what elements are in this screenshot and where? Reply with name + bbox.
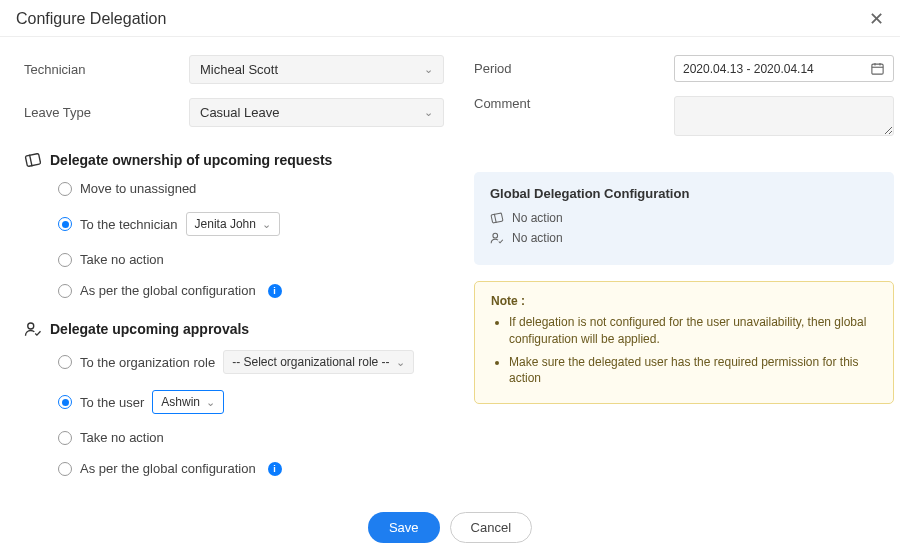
chevron-down-icon: ⌄ bbox=[424, 63, 433, 76]
note-heading: Note : bbox=[491, 294, 525, 308]
comment-input[interactable] bbox=[674, 96, 894, 136]
ownership-opt-no-action[interactable]: Take no action bbox=[58, 252, 444, 267]
technician-value: Micheal Scott bbox=[200, 62, 278, 77]
technician-select[interactable]: Micheal Scott ⌄ bbox=[189, 55, 444, 84]
cancel-button[interactable]: Cancel bbox=[450, 512, 532, 543]
radio-label: Move to unassigned bbox=[80, 181, 196, 196]
ownership-title: Delegate ownership of upcoming requests bbox=[50, 152, 332, 168]
radio-icon bbox=[58, 395, 72, 409]
ownership-technician-value: Jenita John bbox=[195, 217, 256, 231]
global-card-value: No action bbox=[512, 231, 563, 245]
close-icon[interactable]: ✕ bbox=[869, 10, 884, 28]
chevron-down-icon: ⌄ bbox=[396, 356, 405, 369]
ownership-opt-technician[interactable]: To the technician Jenita John ⌄ bbox=[58, 212, 444, 236]
leave-type-row: Leave Type Casual Leave ⌄ bbox=[24, 98, 444, 127]
leave-type-label: Leave Type bbox=[24, 105, 189, 120]
period-row: Period 2020.04.13 - 2020.04.14 bbox=[474, 55, 894, 82]
period-value: 2020.04.13 - 2020.04.14 bbox=[683, 62, 814, 76]
right-column: Period 2020.04.13 - 2020.04.14 Comment G… bbox=[474, 55, 894, 492]
radio-icon bbox=[58, 253, 72, 267]
approvals-opt-user[interactable]: To the user Ashwin ⌄ bbox=[58, 390, 444, 414]
radio-label: As per the global configuration bbox=[80, 461, 256, 476]
radio-label: To the technician bbox=[80, 217, 178, 232]
save-button[interactable]: Save bbox=[368, 512, 440, 543]
approvals-org-role-select[interactable]: -- Select organizational role -- ⌄ bbox=[223, 350, 413, 374]
configure-delegation-dialog: Configure Delegation ✕ Technician Michea… bbox=[0, 0, 900, 546]
leave-type-value: Casual Leave bbox=[200, 105, 280, 120]
calendar-icon bbox=[870, 61, 885, 76]
note-list: If delegation is not configured for the … bbox=[491, 314, 877, 387]
note-item: If delegation is not configured for the … bbox=[509, 314, 877, 348]
approvals-title: Delegate upcoming approvals bbox=[50, 321, 249, 337]
radio-icon bbox=[58, 431, 72, 445]
technician-label: Technician bbox=[24, 62, 189, 77]
radio-label: Take no action bbox=[80, 430, 164, 445]
global-card-row: No action bbox=[490, 211, 878, 225]
svg-line-8 bbox=[494, 214, 496, 223]
approvals-opt-global[interactable]: As per the global configuration i bbox=[58, 461, 444, 476]
dialog-header: Configure Delegation ✕ bbox=[0, 0, 900, 37]
radio-label: To the user bbox=[80, 395, 144, 410]
approvals-opt-org-role[interactable]: To the organization role -- Select organ… bbox=[58, 350, 444, 374]
global-card-row: No action bbox=[490, 231, 878, 245]
radio-label: Take no action bbox=[80, 252, 164, 267]
radio-icon bbox=[58, 355, 72, 369]
global-delegation-card: Global Delegation Configuration No actio… bbox=[474, 172, 894, 265]
dialog-title: Configure Delegation bbox=[16, 10, 166, 28]
svg-rect-0 bbox=[25, 153, 40, 166]
note-card: Note : If delegation is not configured f… bbox=[474, 281, 894, 404]
svg-point-2 bbox=[28, 323, 34, 329]
global-card-title: Global Delegation Configuration bbox=[490, 186, 878, 201]
user-check-icon bbox=[490, 231, 504, 245]
ownership-opt-unassigned[interactable]: Move to unassigned bbox=[58, 181, 444, 196]
ownership-technician-select[interactable]: Jenita John ⌄ bbox=[186, 212, 280, 236]
leave-type-select[interactable]: Casual Leave ⌄ bbox=[189, 98, 444, 127]
dialog-footer: Save Cancel bbox=[0, 502, 900, 546]
user-check-icon bbox=[24, 320, 42, 338]
svg-point-9 bbox=[493, 233, 498, 238]
radio-icon bbox=[58, 182, 72, 196]
info-icon[interactable]: i bbox=[268, 462, 282, 476]
note-item: Make sure the delegated user has the req… bbox=[509, 354, 877, 388]
radio-icon bbox=[58, 217, 72, 231]
ownership-opt-global[interactable]: As per the global configuration i bbox=[58, 283, 444, 298]
approvals-section-head: Delegate upcoming approvals bbox=[24, 320, 444, 338]
radio-label: To the organization role bbox=[80, 355, 215, 370]
chevron-down-icon: ⌄ bbox=[424, 106, 433, 119]
svg-line-1 bbox=[30, 155, 32, 167]
chevron-down-icon: ⌄ bbox=[206, 396, 215, 409]
svg-rect-3 bbox=[872, 64, 883, 74]
comment-row: Comment bbox=[474, 96, 894, 136]
comment-label: Comment bbox=[474, 96, 674, 111]
ownership-section-head: Delegate ownership of upcoming requests bbox=[24, 151, 444, 169]
dialog-body: Technician Micheal Scott ⌄ Leave Type Ca… bbox=[0, 37, 900, 502]
period-label: Period bbox=[474, 61, 674, 76]
global-card-value: No action bbox=[512, 211, 563, 225]
radio-icon bbox=[58, 284, 72, 298]
ticket-icon bbox=[490, 211, 504, 225]
approvals-org-role-value: -- Select organizational role -- bbox=[232, 355, 389, 369]
chevron-down-icon: ⌄ bbox=[262, 218, 271, 231]
approvals-user-value: Ashwin bbox=[161, 395, 200, 409]
info-icon[interactable]: i bbox=[268, 284, 282, 298]
ticket-icon bbox=[24, 151, 42, 169]
svg-rect-7 bbox=[491, 213, 503, 223]
radio-icon bbox=[58, 462, 72, 476]
approvals-user-select[interactable]: Ashwin ⌄ bbox=[152, 390, 224, 414]
technician-row: Technician Micheal Scott ⌄ bbox=[24, 55, 444, 84]
period-input[interactable]: 2020.04.13 - 2020.04.14 bbox=[674, 55, 894, 82]
left-column: Technician Micheal Scott ⌄ Leave Type Ca… bbox=[24, 55, 444, 492]
approvals-opt-no-action[interactable]: Take no action bbox=[58, 430, 444, 445]
radio-label: As per the global configuration bbox=[80, 283, 256, 298]
